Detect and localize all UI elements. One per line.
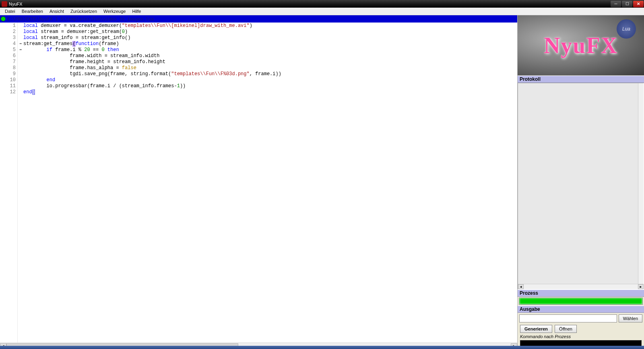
status-indicator-icon xyxy=(1,16,6,21)
protocol-log[interactable]: ◄► xyxy=(518,83,644,289)
progress-bar xyxy=(519,298,643,305)
menu-reset[interactable]: Zurücksetzen xyxy=(67,8,100,14)
tab-filepath[interactable]: E:\PROJEKTE\NyuFX 1.6\templates\Fun\vide… xyxy=(7,16,154,22)
output-header: Ausgabe xyxy=(518,306,644,313)
logo-image: NyuFX Lua xyxy=(518,15,644,76)
code-editor[interactable]: 123456 789101112 −− local demuxer = va.c… xyxy=(0,23,517,343)
menu-edit[interactable]: Bearbeiten xyxy=(19,8,46,14)
titlebar: NyuFX ─ ☐ ✕ xyxy=(0,0,644,8)
side-panel: NyuFX Lua Protokoll ◄► Prozess Ausgabe W… xyxy=(517,15,644,349)
minimize-button[interactable]: ─ xyxy=(611,1,621,7)
editor-pane: E:\PROJEKTE\NyuFX 1.6\templates\Fun\vide… xyxy=(0,15,517,349)
lua-badge-icon: Lua xyxy=(617,19,636,39)
maximize-button[interactable]: ☐ xyxy=(622,1,632,7)
process-header: Prozess xyxy=(518,289,644,297)
app-title: NyuFX xyxy=(9,2,610,6)
command-label: Kommando nach Prozess xyxy=(518,334,644,339)
app-icon xyxy=(2,1,7,7)
open-button[interactable]: Öffnen xyxy=(555,325,577,333)
log-horizontal-scrollbar[interactable]: ◄► xyxy=(518,284,644,289)
tab-bar: E:\PROJEKTE\NyuFX 1.6\templates\Fun\vide… xyxy=(0,15,517,23)
menu-view[interactable]: Ansicht xyxy=(46,8,67,14)
os-taskbar[interactable] xyxy=(0,346,644,349)
code-content[interactable]: local demuxer = va.create_demuxer("templ… xyxy=(23,23,517,343)
menu-help[interactable]: Hilfe xyxy=(129,8,144,14)
log-vertical-scrollbar[interactable] xyxy=(638,83,644,284)
close-button[interactable]: ✕ xyxy=(633,1,644,7)
menu-file[interactable]: Datei xyxy=(2,8,19,14)
protocol-header: Protokoll xyxy=(518,76,644,83)
output-path-input[interactable] xyxy=(519,314,617,322)
generate-button[interactable]: Generieren xyxy=(520,325,552,333)
menu-tools[interactable]: Werkzeuge xyxy=(100,8,129,14)
menubar: Datei Bearbeiten Ansicht Zurücksetzen We… xyxy=(0,8,644,15)
choose-button[interactable]: Wählen xyxy=(619,314,642,322)
